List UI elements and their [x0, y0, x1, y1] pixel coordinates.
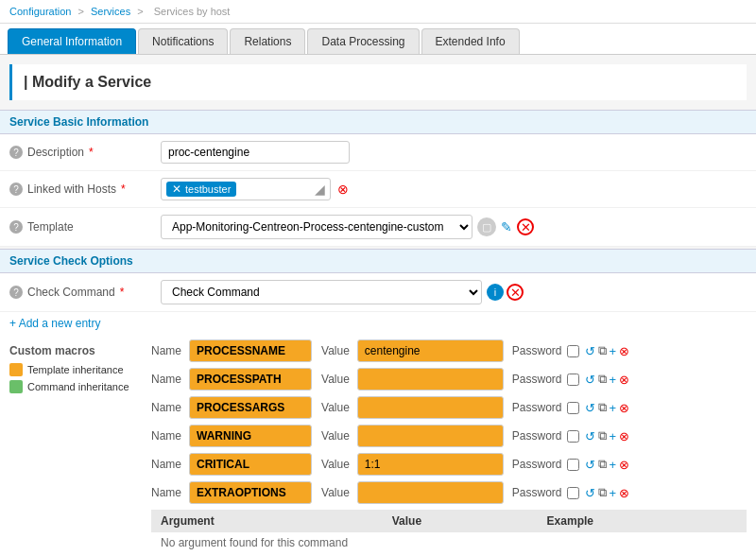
args-table: Argument Value Example No argument found… — [151, 510, 747, 553]
macro-reset-btn-0[interactable]: ↺ — [584, 343, 596, 359]
tab-relations[interactable]: Relations — [230, 28, 305, 54]
macro-password-checkbox-5[interactable] — [567, 487, 579, 499]
macro-name-label-2: Name — [151, 401, 181, 414]
section-check-options: Service Check Options ? Check Command * … — [0, 249, 756, 556]
linked-hosts-help-icon[interactable]: ? — [9, 182, 23, 196]
macro-value-input-2[interactable] — [357, 396, 504, 419]
macro-copy-btn-4[interactable]: ⧉ — [597, 456, 608, 473]
macro-row: Name Value Password ↺ ⧉ + ⊗ — [151, 368, 747, 391]
tab-data-processing[interactable]: Data Processing — [307, 28, 419, 54]
macro-reset-btn-3[interactable]: ↺ — [584, 428, 596, 444]
macro-name-input-4[interactable] — [189, 453, 312, 476]
add-entry-link[interactable]: + Add a new entry — [0, 314, 110, 333]
check-command-actions: i ✕ — [487, 284, 524, 301]
macro-name-input-0[interactable] — [189, 339, 312, 362]
tab-extended-info[interactable]: Extended Info — [421, 28, 520, 54]
macro-remove-btn-4[interactable]: ⊗ — [618, 457, 630, 473]
template-help-icon[interactable]: ? — [9, 220, 23, 234]
template-actions: ▢ ✎ ✕ — [477, 217, 534, 236]
check-command-select[interactable]: Check Command — [161, 280, 482, 304]
macro-add-btn-2[interactable]: + — [609, 400, 618, 416]
macro-copy-btn-1[interactable]: ⧉ — [597, 371, 608, 388]
description-help-icon[interactable]: ? — [9, 146, 23, 159]
macro-name-input-2[interactable] — [189, 396, 312, 419]
template-row: ? Template App-Monitoring-Centreon-Proce… — [0, 208, 756, 247]
macro-value-input-3[interactable] — [357, 425, 504, 447]
macro-value-input-4[interactable] — [357, 453, 504, 476]
macro-reset-btn-5[interactable]: ↺ — [584, 485, 596, 501]
macro-reset-btn-1[interactable]: ↺ — [584, 372, 596, 388]
breadcrumb: Configuration > Services > Services by h… — [0, 0, 756, 24]
macro-password-checkbox-0[interactable] — [567, 345, 579, 357]
macros-rows-container: Name Value Password ↺ ⧉ + ⊗ Name Value P… — [151, 339, 747, 504]
args-col-argument: Argument — [151, 510, 383, 532]
description-input[interactable] — [161, 141, 350, 164]
macros-legend: Custom macros Template inheritance Comma… — [9, 339, 151, 553]
macro-name-input-5[interactable] — [189, 481, 312, 504]
macro-actions-5: ↺ ⧉ + ⊗ — [584, 484, 631, 501]
macro-name-input-3[interactable] — [189, 425, 312, 447]
macro-add-btn-4[interactable]: + — [609, 457, 618, 473]
check-command-help-icon[interactable]: ? — [9, 286, 23, 299]
hosts-expand-icon[interactable]: ◢ — [315, 182, 325, 197]
check-command-label: ? Check Command * — [9, 286, 161, 299]
macro-password-checkbox-4[interactable] — [567, 459, 579, 471]
macro-row: Name Value Password ↺ ⧉ + ⊗ — [151, 453, 747, 476]
macro-password-label-0: Password — [512, 344, 562, 357]
legend-command-label: Command inheritance — [27, 381, 129, 392]
macro-password-checkbox-3[interactable] — [567, 430, 579, 443]
macro-copy-btn-3[interactable]: ⧉ — [597, 427, 608, 444]
add-entry-row: + Add a new entry — [0, 312, 756, 335]
macro-value-input-1[interactable] — [357, 368, 504, 391]
tag-label: testbuster — [185, 183, 231, 195]
section-basic-info-header: Service Basic Information — [0, 110, 756, 134]
check-command-remove-icon[interactable]: ✕ — [507, 284, 524, 301]
template-edit-icon[interactable]: ✎ — [499, 218, 514, 235]
macro-reset-btn-4[interactable]: ↺ — [584, 457, 596, 473]
macro-add-btn-3[interactable]: + — [609, 428, 618, 444]
section-basic-info: Service Basic Information ? Description … — [0, 110, 756, 247]
tabs-container: General Information Notifications Relati… — [0, 24, 756, 55]
tabs: General Information Notifications Relati… — [8, 24, 748, 54]
macro-remove-btn-1[interactable]: ⊗ — [618, 372, 630, 388]
macro-add-btn-1[interactable]: + — [609, 372, 618, 388]
tag-remove-icon[interactable]: ✕ — [172, 183, 181, 195]
macro-name-input-1[interactable] — [189, 368, 312, 391]
breadcrumb-configuration[interactable]: Configuration — [9, 6, 71, 17]
macro-password-checkbox-1[interactable] — [567, 374, 579, 386]
template-select[interactable]: App-Monitoring-Centreon-Process-centengi… — [161, 215, 472, 239]
macro-remove-btn-2[interactable]: ⊗ — [618, 400, 630, 416]
macro-remove-btn-5[interactable]: ⊗ — [618, 485, 630, 501]
macro-row: Name Value Password ↺ ⧉ + ⊗ — [151, 396, 747, 419]
macro-copy-btn-2[interactable]: ⧉ — [597, 399, 608, 416]
host-tag: ✕ testbuster — [166, 182, 236, 197]
macro-reset-btn-2[interactable]: ↺ — [584, 400, 596, 416]
tab-general-information[interactable]: General Information — [8, 28, 136, 54]
macro-add-btn-5[interactable]: + — [609, 485, 618, 501]
macro-actions-2: ↺ ⧉ + ⊗ — [584, 399, 631, 416]
linked-hosts-wrapper: ✕ testbuster ◢ — [161, 178, 331, 200]
legend-template-label: Template inheritance — [27, 364, 124, 375]
tab-notifications[interactable]: Notifications — [138, 28, 228, 54]
macro-add-btn-0[interactable]: + — [609, 343, 618, 359]
macro-name-label-0: Name — [151, 344, 181, 357]
macro-copy-btn-5[interactable]: ⧉ — [597, 484, 608, 501]
linked-hosts-label: ? Linked with Hosts * — [9, 182, 161, 196]
macro-value-input-0[interactable] — [357, 339, 504, 362]
macro-name-label-5: Name — [151, 486, 181, 499]
template-remove-icon[interactable]: ✕ — [517, 218, 534, 235]
macro-remove-btn-3[interactable]: ⊗ — [618, 428, 630, 444]
breadcrumb-services-by-host: Services by host — [154, 6, 231, 17]
macro-value-input-5[interactable] — [357, 481, 504, 504]
template-view-icon[interactable]: ▢ — [477, 217, 496, 236]
legend-command: Command inheritance — [9, 380, 151, 393]
linked-hosts-remove-btn[interactable]: ⊗ — [335, 181, 351, 198]
macro-copy-btn-0[interactable]: ⧉ — [597, 342, 608, 359]
check-command-info-icon[interactable]: i — [487, 284, 504, 301]
breadcrumb-services[interactable]: Services — [91, 6, 130, 17]
args-no-data-row: No argument found for this command — [151, 532, 747, 553]
linked-hosts-control: ✕ testbuster ◢ ⊗ — [161, 178, 747, 200]
macro-password-checkbox-2[interactable] — [567, 402, 579, 414]
macro-remove-btn-0[interactable]: ⊗ — [618, 343, 630, 359]
macro-value-label-0: Value — [321, 344, 350, 357]
